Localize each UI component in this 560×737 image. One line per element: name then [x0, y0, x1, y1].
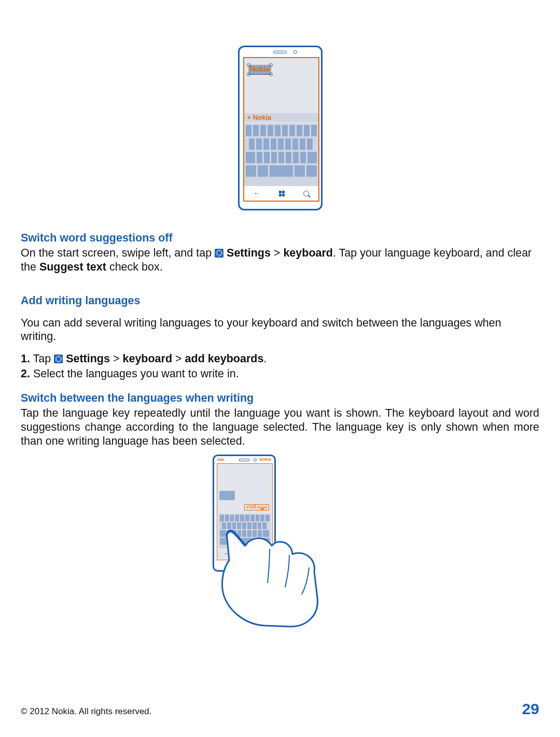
suggestion-bar: + Nokia — [244, 113, 318, 122]
page-number: 29 — [522, 699, 539, 719]
step-1: 1. Tap Settings > keyboard > add keyboar… — [21, 352, 539, 366]
phone-screen: Nokia + Nokia ← — [243, 57, 319, 202]
chat-bubble — [219, 491, 235, 500]
status-right: NOKIA — [259, 458, 271, 462]
para-add-languages: You can add several writing languages to… — [21, 316, 539, 344]
phone-navbar: ← — [217, 548, 272, 560]
figure-phone-word-suggestion: Nokia + Nokia ← — [238, 46, 323, 210]
search-icon — [303, 191, 309, 196]
windows-icon — [242, 551, 247, 557]
para-switch-languages: Tap the language key repeatedly until th… — [21, 406, 539, 448]
settings-gear-icon — [54, 355, 63, 363]
highlighted-word: Nokia — [248, 65, 271, 75]
para-switch-off: On the start screen, swipe left, and tap… — [21, 246, 539, 274]
suggestion-callout: สวัสดี Anna — [244, 504, 269, 511]
copyright-text: © 2012 Nokia. All rights reserved. — [21, 706, 152, 717]
onscreen-keyboard — [219, 514, 271, 548]
phone-screen: สวัสดี Anna ← — [217, 463, 273, 560]
language-key-highlight — [227, 540, 235, 547]
selected-text: Nokia — [248, 61, 271, 75]
status-left: at&t — [217, 458, 225, 462]
camera-icon — [254, 458, 257, 461]
heading-add-languages: Add writing languages — [21, 294, 539, 308]
onscreen-keyboard — [244, 123, 318, 186]
figure-phone-language-key: at&t NOKIA สวัสดี Anna ← — [213, 455, 347, 626]
camera-icon — [293, 50, 297, 54]
phone-navbar: ← — [244, 186, 318, 201]
page-footer: © 2012 Nokia. All rights reserved. 29 — [21, 699, 539, 719]
settings-gear-icon — [215, 249, 223, 258]
search-icon — [260, 551, 266, 557]
heading-switch-off: Switch word suggestions off — [21, 231, 539, 245]
windows-icon — [279, 191, 285, 196]
phone-outline: at&t NOKIA สวัสดี Anna ← — [213, 455, 276, 572]
heading-switch-languages: Switch between the languages when writin… — [21, 391, 539, 405]
earpiece-icon — [239, 459, 249, 461]
earpiece-icon — [273, 51, 287, 53]
back-icon: ← — [223, 550, 229, 558]
step-2: 2. Select the languages you want to writ… — [21, 367, 539, 381]
back-icon: ← — [254, 189, 260, 197]
